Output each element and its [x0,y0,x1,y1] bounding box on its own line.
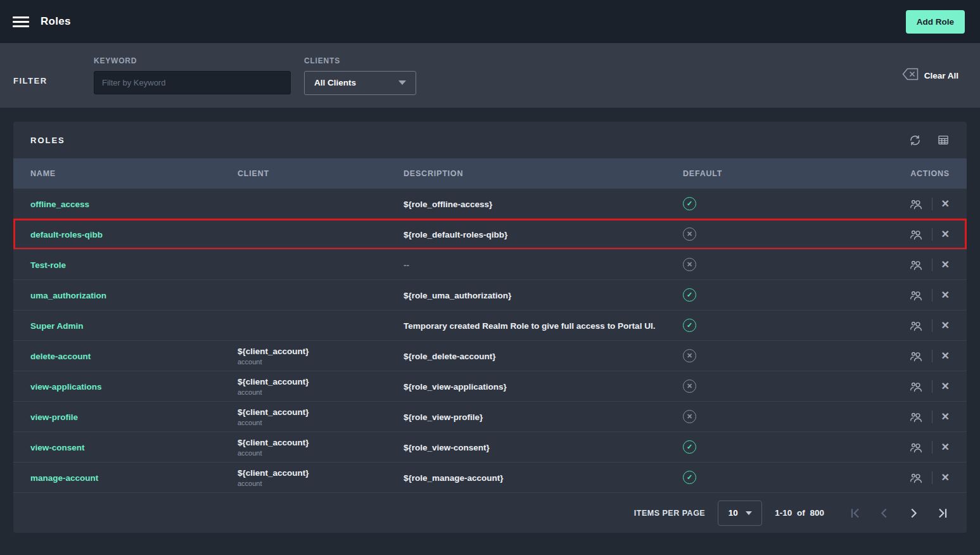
check-circle-icon: ✓ [683,197,696,210]
assign-users-icon[interactable] [908,289,923,302]
keyword-label: KEYWORD [94,56,291,65]
assign-users-icon[interactable] [908,258,923,271]
table-row: delete-account ${client_account} account… [13,340,967,371]
role-name-link[interactable]: uma_authorization [30,291,106,300]
column-header-client: CLIENT [238,169,404,178]
role-name-link[interactable]: view-applications [30,382,102,392]
items-per-page-value: 10 [729,508,738,518]
assign-users-icon[interactable] [908,198,923,210]
role-name-link[interactable]: delete-account [30,352,91,361]
last-page-icon[interactable] [936,506,950,520]
assign-users-icon[interactable] [908,350,923,362]
client-name: ${client_account} [238,377,404,386]
delete-role-icon[interactable]: ✕ [941,441,950,453]
x-circle-icon: ✕ [683,227,696,241]
column-header-name: NAME [30,169,238,178]
chevron-down-icon [746,511,752,515]
top-bar: Roles Add Role [0,0,980,43]
delete-role-icon[interactable]: ✕ [941,471,950,483]
actions-divider [932,228,932,241]
client-cell [238,324,404,326]
default-cell: ✓ ✕ [683,258,873,271]
assign-users-icon[interactable] [908,380,923,393]
delete-role-icon[interactable]: ✕ [941,198,950,210]
roles-card: ROLES [13,122,967,533]
default-cell: ✓ ✕ [683,471,873,484]
role-description: -- [404,260,409,270]
previous-page-icon[interactable] [877,506,891,520]
items-per-page-label: ITEMS PER PAGE [634,509,705,518]
actions-divider [932,350,932,362]
table-body: offline_access ${role_offline-access} ✓ … [13,188,967,492]
client-name: ${client_account} [238,468,404,478]
client-cell: ${client_account} account [238,347,404,366]
delete-role-icon[interactable]: ✕ [941,289,950,301]
row-actions: ✕ [908,289,950,302]
delete-role-icon[interactable]: ✕ [941,380,950,392]
keyword-field-group: KEYWORD [94,56,291,94]
role-name-link[interactable]: view-consent [30,443,85,452]
clear-all-button[interactable]: Clear All [902,68,958,83]
client-name: ${client_account} [238,407,404,417]
table-row: view-applications ${client_account} acco… [13,371,967,401]
items-per-page-select[interactable]: 10 [718,501,762,526]
role-name-link[interactable]: manage-account [30,473,98,483]
card-tools [908,134,950,147]
menu-icon[interactable] [13,16,29,27]
role-description: ${role_delete-account} [404,352,496,361]
roles-admin-page: Roles Add Role FILTER KEYWORD CLIENTS Al… [0,0,980,555]
actions-divider [932,441,932,454]
actions-divider [932,198,932,210]
refresh-icon[interactable] [908,134,922,147]
page-title: Roles [41,15,71,28]
client-id: account [238,358,404,366]
table-view-icon[interactable] [937,134,950,146]
actions-divider [932,289,932,302]
default-cell: ✓ ✕ [683,380,873,393]
table-row: view-profile ${client_account} account $… [13,401,967,431]
next-page-icon[interactable] [907,506,920,520]
default-cell: ✓ ✕ [683,197,873,210]
delete-role-icon[interactable]: ✕ [941,411,950,423]
client-id: account [238,388,404,396]
row-actions: ✕ [908,441,950,454]
first-page-icon[interactable] [848,506,862,520]
assign-users-icon[interactable] [908,471,923,484]
row-actions: ✕ [908,471,950,484]
clear-all-label: Clear All [924,71,958,80]
assign-users-icon[interactable] [908,411,923,423]
x-circle-icon: ✕ [683,380,696,393]
actions-divider [932,258,932,271]
role-name-link[interactable]: Super Admin [30,321,84,331]
delete-role-icon[interactable]: ✕ [941,228,950,240]
role-description: ${role_manage-account} [404,473,504,483]
chevron-down-icon [398,80,406,85]
column-header-actions: ACTIONS [873,169,950,178]
clients-selected-value: All Clients [314,78,356,87]
delete-role-icon[interactable]: ✕ [941,350,950,362]
role-name-link[interactable]: Test-role [30,260,66,270]
role-name-link[interactable]: offline_access [30,200,89,209]
table-row: uma_authorization ${role_uma_authorizati… [13,279,967,310]
role-name-link[interactable]: view-profile [30,412,78,422]
keyword-input[interactable] [94,71,291,94]
default-cell: ✓ ✕ [683,440,873,454]
role-name-link[interactable]: default-roles-qibb [30,230,103,239]
default-cell: ✓ ✕ [683,227,873,241]
roles-card-title: ROLES [30,136,65,145]
clients-select[interactable]: All Clients [304,71,416,95]
client-name: ${client_account} [238,347,404,356]
row-actions: ✕ [908,380,950,393]
client-id: account [238,449,404,457]
filter-section-label: FILTER [13,66,80,86]
default-cell: ✓ ✕ [683,319,873,332]
clients-field-group: CLIENTS All Clients [304,56,416,95]
assign-users-icon[interactable] [908,441,923,454]
delete-role-icon[interactable]: ✕ [941,258,950,271]
delete-role-icon[interactable]: ✕ [941,319,950,331]
assign-users-icon[interactable] [908,228,923,241]
role-description: ${role_offline-access} [404,200,492,209]
add-role-button[interactable]: Add Role [906,10,965,34]
assign-users-icon[interactable] [908,319,923,332]
x-circle-icon: ✕ [683,349,696,362]
